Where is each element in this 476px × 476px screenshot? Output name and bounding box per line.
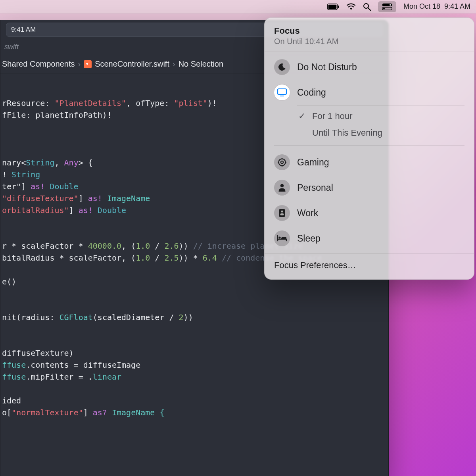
person-icon xyxy=(274,180,290,196)
breadcrumb-file[interactable]: SceneController.swift xyxy=(95,60,169,69)
svg-rect-20 xyxy=(280,213,284,215)
focus-mode-sleep[interactable]: Sleep xyxy=(274,226,464,251)
chevron-right-icon: › xyxy=(78,60,81,69)
svg-rect-1 xyxy=(328,4,337,9)
separator xyxy=(274,145,464,146)
svg-point-21 xyxy=(278,236,280,238)
display-icon xyxy=(274,84,290,100)
focus-panel: Focus On Until 10:41 AM Do Not Disturb C… xyxy=(264,17,474,280)
focus-title: Focus xyxy=(274,26,464,36)
focus-mode-work[interactable]: Work xyxy=(274,200,464,226)
wifi-icon[interactable] xyxy=(346,0,356,13)
svg-point-6 xyxy=(390,4,391,6)
focus-option-for-1-hour[interactable]: ✓ For 1 hour xyxy=(297,108,464,125)
focus-subtitle: On Until 10:41 AM xyxy=(274,37,464,46)
svg-point-17 xyxy=(280,184,284,188)
battery-icon[interactable] xyxy=(327,0,339,13)
svg-rect-2 xyxy=(338,6,339,8)
focus-option-until-evening[interactable]: Until This Evening xyxy=(297,125,464,141)
focus-mode-label: Personal xyxy=(297,182,333,193)
focus-option-label: Until This Evening xyxy=(312,128,382,138)
breadcrumb-selection[interactable]: No Selection xyxy=(178,60,223,69)
tab-swift[interactable]: swift xyxy=(4,43,19,51)
moon-icon xyxy=(274,59,290,75)
focus-mode-label: Sleep xyxy=(297,233,321,244)
control-center-icon[interactable] xyxy=(378,1,396,12)
focus-preferences[interactable]: Focus Preferences… xyxy=(265,253,474,278)
svg-point-19 xyxy=(281,210,283,212)
checkmark-icon: ✓ xyxy=(297,111,307,121)
spotlight-search-icon[interactable] xyxy=(363,0,371,13)
svg-point-11 xyxy=(278,159,285,165)
chevron-right-icon: › xyxy=(173,60,175,69)
menubar: Mon Oct 18 9:41 AM xyxy=(0,0,476,13)
focus-mode-label: Gaming xyxy=(297,157,329,168)
menubar-time[interactable]: 9:41 AM xyxy=(444,2,470,11)
gear-icon xyxy=(274,154,290,170)
focus-mode-label: Do Not Disturb xyxy=(297,62,357,73)
focus-mode-gaming[interactable]: Gaming xyxy=(274,150,464,175)
focus-mode-label: Work xyxy=(297,208,318,219)
focus-coding-options: ✓ For 1 hour Until This Evening xyxy=(297,105,464,141)
swift-file-icon xyxy=(84,60,92,68)
focus-mode-coding[interactable]: Coding xyxy=(274,80,464,105)
svg-point-12 xyxy=(281,161,283,163)
badge-icon xyxy=(274,205,290,221)
svg-rect-18 xyxy=(279,209,285,217)
focus-mode-label: Coding xyxy=(297,87,326,98)
svg-line-4 xyxy=(368,8,370,10)
focus-mode-personal[interactable]: Personal xyxy=(274,175,464,200)
breadcrumb-folder[interactable]: Shared Components xyxy=(2,60,75,69)
bed-icon xyxy=(274,230,290,246)
svg-point-8 xyxy=(383,8,385,9)
menubar-date[interactable]: Mon Oct 18 xyxy=(403,2,440,11)
focus-option-label: For 1 hour xyxy=(312,111,353,121)
focus-mode-dnd[interactable]: Do Not Disturb xyxy=(274,54,464,80)
svg-rect-9 xyxy=(278,89,286,94)
svg-point-3 xyxy=(364,4,369,8)
